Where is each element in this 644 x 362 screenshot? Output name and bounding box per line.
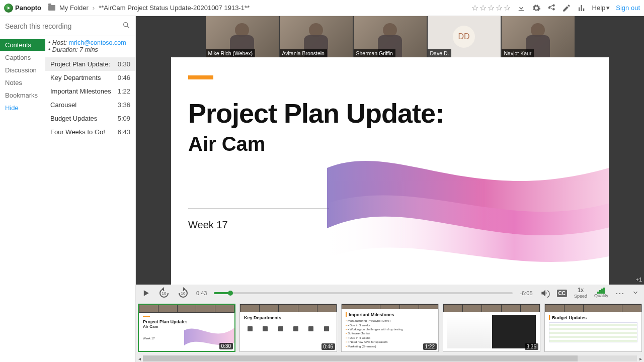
scroll-left-icon[interactable]: ◂ (136, 356, 143, 361)
quality-button[interactable]: Quality (594, 288, 608, 299)
search-input[interactable] (5, 22, 122, 30)
breadcrumb-folder[interactable]: My Folder (59, 4, 89, 12)
speaker-strip: Mike Rich (Webex)Avitania BronsteinSherm… (206, 16, 575, 57)
star-icon[interactable]: ☆ (471, 3, 478, 13)
player-controls: 10 10 0:43 -6:05 CC 1xSpeed Quality ⋯ (136, 285, 644, 302)
remaining-time: -6:05 (520, 290, 532, 296)
tab-hide[interactable]: Hide (0, 102, 45, 114)
speaker-tile[interactable]: Mike Rich (Webex) (206, 16, 279, 57)
tab-notes[interactable]: Notes (0, 77, 45, 88)
speaker-name: Sherman Griffin (354, 49, 395, 57)
rating-stars[interactable]: ☆ ☆ ☆ ☆ ☆ (471, 3, 511, 13)
volume-button[interactable] (540, 288, 550, 298)
folder-icon (48, 5, 55, 11)
star-icon[interactable]: ☆ (496, 3, 503, 13)
scroll-right-icon[interactable]: ▸ (637, 356, 644, 361)
thumbnail[interactable]: Important Milestones•Manufacturing Proto… (341, 304, 439, 352)
thumb-time: 3:36 (525, 343, 538, 350)
breadcrumb: My Folder › **AirCam Project Status Upda… (48, 4, 250, 12)
speaker-tile[interactable]: DDDave D. (428, 16, 501, 57)
tab-bookmarks[interactable]: Bookmarks (0, 89, 45, 101)
search-icon[interactable] (122, 21, 130, 31)
thumbnail[interactable]: Budget Updates (544, 304, 642, 352)
play-button[interactable] (141, 288, 151, 298)
caret-down-icon: ▾ (606, 4, 610, 12)
tab-contents[interactable]: Contents (0, 39, 45, 51)
share-icon[interactable] (547, 4, 556, 13)
slide-subtitle: Air Cam (188, 133, 265, 155)
tab-captions[interactable]: Captions (0, 52, 45, 63)
thumb-time: 0:30 (219, 343, 233, 349)
host-email[interactable]: mrich@contoso.com (69, 39, 126, 46)
thumb-scrollbar[interactable]: ◂ ▸ (136, 355, 644, 362)
chapter-list: Project Plan Update:0:30Key Departments0… (45, 57, 135, 139)
chapter-item[interactable]: Budget Updates5:09 (45, 112, 135, 125)
svg-point-0 (124, 22, 128, 26)
speaker-name: Navjot Kaur (502, 49, 534, 57)
captions-button[interactable]: CC (557, 290, 567, 297)
breadcrumb-title[interactable]: **AirCam Project Status Update-20201007 … (99, 4, 250, 12)
speaker-name: Mike Rich (Webex) (206, 49, 256, 57)
brand-name: Panopto (15, 4, 41, 12)
chapter-item[interactable]: Carousel3:36 (45, 98, 135, 112)
sidebar-tabs: ContentsCaptionsDiscussionNotesBookmarks… (0, 36, 45, 362)
signout-link[interactable]: Sign out (616, 4, 640, 12)
download-icon[interactable] (517, 4, 526, 13)
search-bar (0, 16, 135, 36)
speaker-tile[interactable]: Navjot Kaur (502, 16, 575, 57)
seek-bar[interactable] (214, 292, 513, 294)
more-button[interactable]: ⋯ (615, 288, 625, 299)
brand-logo[interactable]: Panopto (4, 4, 41, 13)
overflow-count[interactable]: +1 (635, 277, 642, 283)
gear-icon[interactable] (532, 4, 541, 13)
thumb-time: 0:46 (321, 343, 335, 350)
star-icon[interactable]: ☆ (479, 3, 487, 13)
chapter-item[interactable]: Key Departments0:46 (45, 71, 135, 84)
chevron-right-icon: › (93, 4, 95, 12)
thumb-time: 1:22 (423, 343, 437, 350)
edit-icon[interactable] (562, 4, 571, 13)
speaker-tile[interactable]: Sherman Griffin (354, 16, 427, 57)
thumbnail[interactable]: Project Plan Update:Air CamWeek 170:30 (138, 304, 235, 352)
tab-discussion[interactable]: Discussion (0, 64, 45, 76)
chapter-item[interactable]: Important Milestones1:22 (45, 84, 135, 98)
thumbnail[interactable]: 3:36 (443, 304, 540, 352)
recording-meta: • Host: mrich@contoso.com • Duration: 7 … (45, 39, 135, 57)
thumbnail-strip: Project Plan Update:Air CamWeek 170:30Ke… (136, 302, 644, 355)
star-icon[interactable]: ☆ (488, 3, 495, 13)
speaker-name: Avitania Bronstein (280, 49, 327, 57)
slide-title: Project Plan Update: (188, 98, 444, 129)
stats-icon[interactable] (577, 4, 586, 13)
thumbnail[interactable]: Key Departments0:46 (239, 304, 337, 352)
speaker-name: Dave D. (428, 49, 452, 57)
main-slide: Project Plan Update: Air Cam Week 17 (171, 57, 609, 285)
chapter-item[interactable]: Four Weeks to Go!6:43 (45, 125, 135, 139)
speaker-tile[interactable]: Avitania Bronstein (280, 16, 353, 57)
slide-week: Week 17 (188, 219, 228, 231)
star-icon[interactable]: ☆ (504, 3, 511, 13)
chapter-item[interactable]: Project Plan Update:0:30 (45, 57, 135, 71)
rewind-10-button[interactable]: 10 (158, 287, 170, 299)
decorative-swoosh (327, 128, 609, 268)
logo-icon (4, 4, 13, 13)
svg-line-1 (127, 26, 129, 28)
collapse-button[interactable] (632, 289, 639, 298)
current-time: 0:43 (196, 290, 207, 296)
forward-10-button[interactable]: 10 (177, 287, 189, 299)
speed-button[interactable]: 1xSpeed (574, 287, 587, 299)
help-menu[interactable]: Help▾ (592, 4, 610, 12)
